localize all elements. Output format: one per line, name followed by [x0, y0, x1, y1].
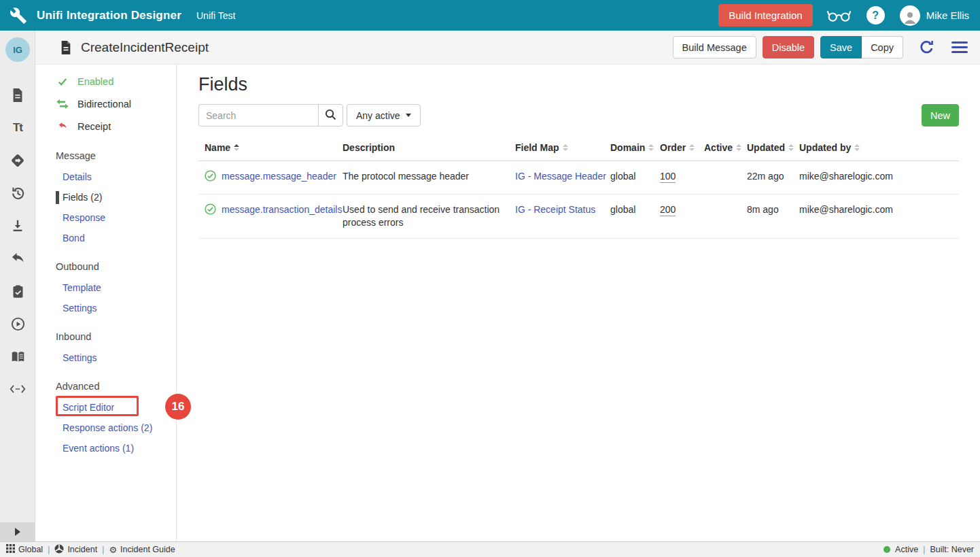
grid-icon	[6, 544, 15, 555]
field-map-link[interactable]: IG - Message Header	[515, 171, 606, 182]
active-status-label: Active	[895, 545, 918, 554]
column-header-domain[interactable]: Domain	[610, 142, 660, 153]
search-button[interactable]	[318, 104, 343, 126]
field-name-link[interactable]: message.message_header	[222, 171, 336, 182]
receipt-arrow-icon	[56, 121, 69, 131]
page-title: CreateIncidentReceipt	[81, 40, 209, 55]
field-updated: 22m ago	[747, 170, 799, 183]
integration-avatar[interactable]: IG	[5, 37, 30, 62]
menu-icon[interactable]	[951, 41, 968, 54]
sort-icon	[788, 144, 794, 151]
sort-icon	[648, 144, 654, 151]
column-header-active[interactable]: Active	[704, 142, 747, 153]
gear-icon: ⚙	[109, 545, 117, 554]
status-enabled: Enabled	[35, 70, 176, 92]
top-navbar: Unifi Integration Designer Unifi Test Bu…	[0, 0, 980, 31]
field-order-value[interactable]: 100	[660, 171, 676, 183]
build-integration-button[interactable]: Build Integration	[718, 4, 812, 27]
nav-item-fields[interactable]: Fields (2)	[35, 187, 176, 207]
context-incident-guide[interactable]: ⚙ Incident Guide	[109, 545, 175, 554]
status-receipt: Receipt	[35, 115, 176, 137]
save-button[interactable]: Save	[820, 36, 862, 58]
column-header-updated[interactable]: Updated	[747, 142, 799, 153]
context-global[interactable]: Global	[6, 544, 43, 555]
active-filter-dropdown[interactable]: Any active	[347, 104, 421, 126]
rail-expand-button[interactable]	[0, 522, 35, 541]
refresh-icon[interactable]	[918, 39, 935, 56]
field-active-check-icon	[205, 203, 216, 218]
nav-section-advanced: Advanced	[35, 375, 176, 397]
column-header-name[interactable]: Name	[198, 142, 343, 153]
sort-icon	[736, 144, 741, 151]
reply-icon[interactable]	[10, 250, 26, 267]
download-icon[interactable]	[10, 218, 26, 234]
field-domain: global	[610, 203, 660, 216]
tasks-icon[interactable]	[10, 283, 26, 299]
user-avatar	[900, 5, 920, 26]
column-header-order[interactable]: Order	[660, 142, 704, 153]
field-map-link[interactable]: IG - Receipt Status	[515, 204, 595, 215]
nav-item-bond[interactable]: Bond	[35, 228, 176, 248]
environment-name[interactable]: Unifi Test	[196, 10, 235, 21]
icon-rail: IG Tt	[0, 31, 35, 541]
active-status-dot	[883, 546, 890, 553]
documentation-icon[interactable]	[10, 348, 26, 365]
user-menu[interactable]: Mike Ellis	[900, 5, 969, 26]
status-bar: Global | Incident | ⚙ Incident Guide Act…	[0, 541, 980, 557]
user-name: Mike Ellis	[926, 10, 969, 21]
field-updated-by: mike@sharelogic.com	[799, 170, 959, 183]
integration-header: CreateIncidentReceipt Build Message Disa…	[35, 31, 980, 65]
sort-icon	[234, 144, 239, 151]
integration-doc-icon	[60, 40, 72, 55]
copy-button[interactable]: Copy	[862, 36, 903, 58]
field-updated: 8m ago	[747, 203, 799, 216]
field-active-check-icon	[205, 170, 216, 185]
play-icon[interactable]	[10, 316, 26, 332]
context-incident[interactable]: Incident	[54, 544, 97, 556]
field-description: The protocol message header	[343, 170, 515, 183]
chevron-down-icon	[406, 114, 411, 117]
disable-button[interactable]: Disable	[763, 36, 814, 58]
directions-icon[interactable]	[10, 152, 26, 169]
build-message-button[interactable]: Build Message	[673, 36, 756, 58]
nav-item-script-editor[interactable]: Script Editor	[35, 397, 176, 418]
sort-icon	[563, 144, 568, 151]
nav-section-outbound: Outbound	[35, 256, 176, 277]
incident-app-icon	[54, 544, 64, 556]
table-row: message.message_header The protocol mess…	[198, 161, 959, 195]
new-field-button[interactable]: New	[922, 104, 959, 126]
sort-icon	[854, 144, 860, 151]
preview-glasses-icon[interactable]	[826, 8, 852, 23]
integration-nav: Enabled Bidirectional Receipt Message De…	[35, 65, 177, 541]
bidirectional-icon	[56, 99, 69, 109]
nav-item-details[interactable]: Details	[35, 167, 176, 187]
search-icon	[325, 109, 336, 122]
help-icon[interactable]: ?	[867, 6, 885, 24]
nav-item-inbound-settings[interactable]: Settings	[35, 348, 176, 368]
fields-panel: Fields Any active New Name Description	[177, 65, 980, 541]
fields-table: Name Description Field Map Domain Order …	[198, 136, 959, 239]
field-order-value[interactable]: 200	[660, 204, 676, 216]
status-bidirectional: Bidirectional	[35, 92, 176, 115]
document-icon[interactable]	[10, 87, 26, 103]
nav-item-event-actions[interactable]: Event actions (1)	[35, 438, 176, 458]
column-header-field-map[interactable]: Field Map	[515, 142, 610, 153]
panel-title: Fields	[198, 74, 959, 95]
column-header-updated-by[interactable]: Updated by	[799, 142, 959, 153]
column-header-description[interactable]: Description	[343, 142, 515, 153]
nav-item-response-actions[interactable]: Response actions (2)	[35, 418, 176, 438]
field-updated-by: mike@sharelogic.com	[799, 203, 959, 216]
field-name-link[interactable]: message.transaction_details	[222, 204, 342, 215]
annotation-step-badge: 16	[165, 394, 191, 420]
built-status-label: Built: Never	[930, 545, 974, 554]
nav-section-inbound: Inbound	[35, 326, 176, 348]
wrench-icon	[8, 5, 29, 26]
code-icon[interactable]	[10, 381, 26, 397]
field-description: Used to send and receive transaction pro…	[343, 203, 515, 229]
search-input[interactable]	[198, 104, 318, 126]
nav-item-outbound-settings[interactable]: Settings	[35, 298, 176, 318]
nav-item-template[interactable]: Template	[35, 277, 176, 298]
nav-item-response[interactable]: Response	[35, 207, 176, 228]
text-icon[interactable]: Tt	[10, 120, 26, 136]
history-icon[interactable]	[10, 185, 26, 201]
